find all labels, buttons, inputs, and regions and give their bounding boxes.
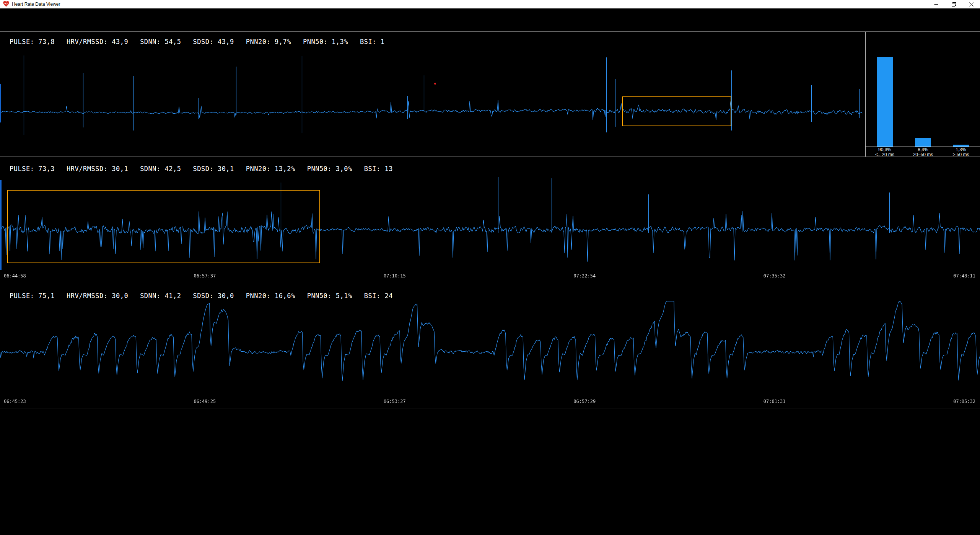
stats-row: PULSE: 75,1HRV/RMSSD: 30,0SDNN: 41,2SDSD… <box>10 292 405 300</box>
minimize-icon <box>934 2 938 7</box>
stat-bsi: BSI: 13 <box>364 165 393 173</box>
stat-pnn50: PNN50: 5,1% <box>307 292 352 300</box>
histogram-bar <box>915 138 931 147</box>
selection-box[interactable] <box>622 96 731 126</box>
window-title: Heart Rate Data Viewer <box>12 0 60 8</box>
histogram-bar <box>953 145 969 147</box>
time-tick: 07:01:31 <box>763 399 786 404</box>
selection-box[interactable] <box>7 190 320 263</box>
histogram-bin-label: 90,3%<= 20 ms <box>866 147 904 157</box>
stat-pulse: PULSE: 73,8 <box>10 38 55 46</box>
time-tick: 07:35:32 <box>763 273 786 279</box>
stat-pnn50: PNN50: 1,3% <box>303 38 348 46</box>
histogram-bin-label: 1,3%> 50 ms <box>942 147 980 157</box>
stat-pulse: PULSE: 75,1 <box>10 292 55 300</box>
stat-sdsd: SDSD: 30,0 <box>193 292 234 300</box>
red-marker-dot <box>434 83 436 85</box>
stat-sdnn: SDNN: 41,2 <box>140 292 181 300</box>
stat-pnn50: PNN50: 3,0% <box>307 165 352 173</box>
time-tick: 07:10:15 <box>384 273 406 279</box>
stat-sdnn: SDNN: 42,5 <box>140 165 181 173</box>
time-tick: 06:44:58 <box>4 273 26 279</box>
titlebar: Heart Rate Data Viewer <box>0 0 980 9</box>
zoom-panel-2: PULSE: 75,1HRV/RMSSD: 30,0SDNN: 41,2SDSD… <box>0 284 980 408</box>
restore-icon <box>952 2 956 7</box>
edge-stripe-gray <box>0 483 3 497</box>
histogram-bar <box>877 57 893 147</box>
minimize-button[interactable] <box>927 0 945 8</box>
time-tick: 06:53:27 <box>384 399 406 404</box>
close-button[interactable] <box>962 0 980 8</box>
stat-hrv-rmssd: HRV/RMSSD: 30,0 <box>67 292 128 300</box>
stat-sdsd: SDSD: 43,9 <box>193 38 234 46</box>
time-axis: 06:45:2306:49:2506:53:2706:57:2907:01:31… <box>4 399 975 404</box>
histogram-bin-label: 8,4%20–50 ms <box>904 147 942 157</box>
stat-sdsd: SDSD: 30,1 <box>193 165 234 173</box>
restore-button[interactable] <box>945 0 962 8</box>
stat-sdnn: SDNN: 54,5 <box>140 38 181 46</box>
time-tick: 06:45:23 <box>4 399 26 404</box>
close-icon <box>969 2 973 7</box>
stat-hrv-rmssd: HRV/RMSSD: 30,1 <box>67 165 128 173</box>
time-tick: 07:48:11 <box>953 273 975 279</box>
stat-pnn20: PNN20: 9,7% <box>246 38 291 46</box>
time-tick: 06:57:37 <box>194 273 216 279</box>
stat-pnn20: PNN20: 16,6% <box>246 292 295 300</box>
time-tick: 07:22:54 <box>573 273 596 279</box>
time-tick: 06:57:29 <box>573 399 596 404</box>
stat-pnn20: PNN20: 13,2% <box>246 165 295 173</box>
histogram-divider <box>865 32 866 157</box>
time-tick: 06:49:25 <box>194 399 216 404</box>
stat-bsi: BSI: 1 <box>360 38 384 46</box>
waveform-canvas[interactable] <box>0 50 865 145</box>
overview-panel: PULSE: 73,8HRV/RMSSD: 43,9SDNN: 54,5SDSD… <box>0 31 980 157</box>
edge-stripe-blue <box>0 410 2 481</box>
stat-pulse: PULSE: 73,3 <box>10 165 55 173</box>
waveform-canvas[interactable] <box>0 300 980 399</box>
stat-bsi: BSI: 24 <box>364 292 393 300</box>
time-axis: 06:44:5806:57:3707:10:1507:22:5407:35:32… <box>4 273 975 279</box>
time-tick: 07:05:32 <box>953 399 975 404</box>
window-controls <box>927 0 980 8</box>
stats-row: PULSE: 73,8HRV/RMSSD: 43,9SDNN: 54,5SDSD… <box>10 38 396 46</box>
heart-ecg-icon <box>3 1 9 7</box>
stats-row: PULSE: 73,3HRV/RMSSD: 30,1SDNN: 42,5SDSD… <box>10 165 405 173</box>
stat-hrv-rmssd: HRV/RMSSD: 43,9 <box>67 38 128 46</box>
zoom-panel-1: PULSE: 73,3HRV/RMSSD: 30,1SDNN: 42,5SDSD… <box>0 157 980 283</box>
